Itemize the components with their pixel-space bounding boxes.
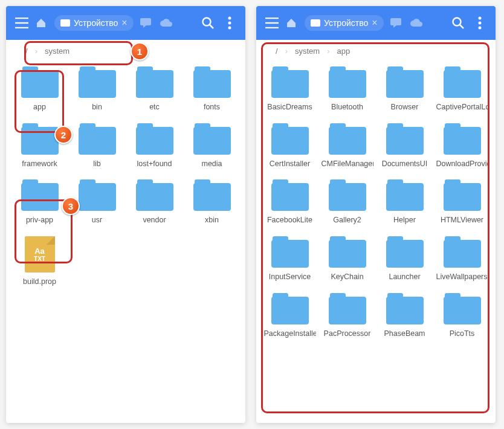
menu-icon[interactable] <box>263 15 280 31</box>
breadcrumb-item[interactable]: app <box>329 47 357 56</box>
cloud-icon[interactable] <box>158 15 175 31</box>
more-icon[interactable] <box>221 15 238 31</box>
folder-item[interactable]: Bluetooth <box>321 66 373 112</box>
breadcrumb: / › system › app <box>256 40 496 62</box>
item-label: CaptivePortalLogin <box>436 103 488 112</box>
folder-item[interactable]: DownloadProviderUi <box>436 123 488 169</box>
folder-icon <box>135 179 175 211</box>
menu-icon[interactable] <box>13 15 30 31</box>
folder-item[interactable]: InputService <box>263 236 316 282</box>
folder-item[interactable]: CaptivePortalLogin <box>436 66 488 112</box>
folder-item[interactable]: vendor <box>128 179 181 225</box>
folder-item[interactable]: lost+found <box>128 123 181 169</box>
item-label: CMFileManager <box>321 160 373 169</box>
svg-rect-5 <box>390 18 401 25</box>
item-label: lib <box>93 160 101 169</box>
folder-icon <box>77 66 117 98</box>
close-tab-icon[interactable]: × <box>121 18 127 28</box>
folder-item[interactable]: LiveWallpapersPicker <box>436 236 488 282</box>
item-label: BasicDreams <box>267 103 312 112</box>
folder-item[interactable]: Launcher <box>378 236 431 282</box>
item-label: LiveWallpapersPicker <box>436 273 488 282</box>
item-label: DocumentsUI <box>382 160 428 169</box>
sdcard-icon <box>60 19 70 27</box>
file-item[interactable]: AaTXTbuild.prop <box>13 236 66 287</box>
folder-item[interactable]: PicoTts <box>436 293 488 339</box>
close-tab-icon[interactable]: × <box>372 18 377 28</box>
item-label: Gallery2 <box>333 216 361 225</box>
folder-item[interactable]: KeyChain <box>321 236 373 282</box>
folder-icon <box>270 179 310 211</box>
folder-icon <box>442 293 482 324</box>
folder-item[interactable]: app <box>13 66 66 112</box>
folder-item[interactable]: bin <box>71 66 123 112</box>
folder-icon <box>270 293 310 324</box>
item-label: CertInstaller <box>270 160 310 169</box>
home-icon[interactable] <box>33 15 50 31</box>
folder-icon <box>385 179 425 211</box>
folder-item[interactable]: Browser <box>378 66 431 112</box>
appbar: Устройство × <box>6 6 245 40</box>
item-label: priv-app <box>26 216 53 225</box>
folder-item[interactable]: CertInstaller <box>263 123 316 169</box>
folder-item[interactable]: fonts <box>186 66 238 112</box>
folder-icon <box>135 66 175 98</box>
svg-point-2 <box>228 17 231 20</box>
breadcrumb-item[interactable]: system <box>288 47 327 56</box>
folder-icon <box>442 66 482 98</box>
location-tab[interactable]: Устройство × <box>54 15 134 31</box>
folder-icon <box>442 179 482 211</box>
more-icon[interactable] <box>471 15 488 31</box>
breadcrumb-item[interactable]: system <box>37 47 77 56</box>
tab-label: Устройство <box>74 18 118 28</box>
folder-icon <box>192 66 232 98</box>
svg-point-6 <box>453 18 461 26</box>
chat-icon[interactable] <box>137 15 154 31</box>
location-tab[interactable]: Устройство × <box>305 15 384 31</box>
search-icon[interactable] <box>199 15 216 31</box>
item-label: fonts <box>204 103 220 112</box>
folder-icon <box>328 179 367 211</box>
folder-item[interactable]: media <box>186 123 238 169</box>
item-label: Launcher <box>389 273 420 282</box>
folder-item[interactable]: BasicDreams <box>263 66 316 112</box>
folder-item[interactable]: HTMLViewer <box>436 179 488 225</box>
folder-icon <box>385 123 425 155</box>
item-label: Helper <box>393 216 416 225</box>
breadcrumb-item[interactable]: / <box>18 47 35 56</box>
folder-item[interactable]: framework <box>13 123 66 169</box>
folder-item[interactable]: CMFileManager <box>321 123 373 169</box>
folder-item[interactable]: Helper <box>378 179 431 225</box>
folder-item[interactable]: priv-app <box>13 179 66 225</box>
chat-icon[interactable] <box>387 15 404 31</box>
screenshot-left: Устройство × / › system appbinetcfontsfr… <box>6 6 245 423</box>
folder-item[interactable]: PhaseBeam <box>378 293 431 339</box>
breadcrumb-item[interactable]: / <box>268 47 285 56</box>
folder-icon <box>192 123 232 155</box>
home-icon[interactable] <box>283 15 300 31</box>
folder-icon <box>442 123 482 155</box>
text-file-icon: AaTXT <box>25 236 55 273</box>
folder-item[interactable]: FacebookLite <box>263 179 316 225</box>
item-label: PicoTts <box>450 329 475 339</box>
folder-item[interactable]: DocumentsUI <box>378 123 431 169</box>
folder-icon <box>328 293 367 324</box>
folder-item[interactable]: usr <box>71 179 123 225</box>
item-label: bin <box>92 103 102 112</box>
svg-point-7 <box>479 17 482 20</box>
folder-item[interactable]: etc <box>128 66 181 112</box>
folder-item[interactable]: lib <box>71 123 123 169</box>
folder-item[interactable]: PackageInstaller <box>263 293 316 339</box>
search-icon[interactable] <box>450 15 467 31</box>
item-label: etc <box>149 103 160 112</box>
folder-item[interactable]: Gallery2 <box>321 179 373 225</box>
folder-icon <box>20 179 60 211</box>
folder-item[interactable]: PacProcessor <box>321 293 373 339</box>
item-label: xbin <box>205 216 219 225</box>
cloud-icon[interactable] <box>408 15 425 31</box>
breadcrumb: / › system <box>6 40 245 62</box>
folder-icon <box>328 66 367 98</box>
folder-item[interactable]: xbin <box>186 179 238 225</box>
folder-icon <box>442 236 482 268</box>
svg-point-1 <box>203 18 211 26</box>
